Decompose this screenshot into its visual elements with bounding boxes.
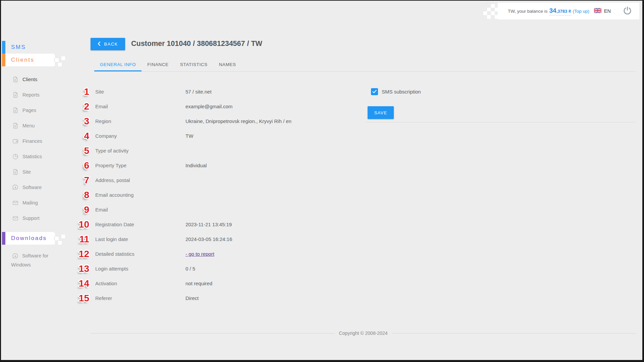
sidebar-menu: Clients Reports Pages Menu Finances Stat… <box>1 72 80 226</box>
balance-prefix: TW, your balance is <box>508 9 548 14</box>
field-label: Region <box>95 114 111 129</box>
sidebar-item-label: Site <box>22 169 31 175</box>
download-bubble-icon <box>12 253 19 259</box>
uk-flag-icon <box>594 8 601 14</box>
sidebar-item-statistics[interactable]: Statistics <box>1 149 80 164</box>
sidebar-item-label: Clients <box>22 77 37 82</box>
field-row: 8 Email accounting <box>77 188 547 202</box>
divider <box>392 333 636 334</box>
tab-general-info[interactable]: GENERAL INFO <box>94 62 142 71</box>
annotation-number-badge: 4 <box>77 129 89 143</box>
sidebar-item-software[interactable]: Software <box>1 180 80 195</box>
tab-bar: GENERAL INFO FINANCE STATISTICS NAMES <box>94 62 636 72</box>
balance-amount[interactable]: 34,3783 ₴ <box>549 7 571 15</box>
app-window: TW, your balance is 34,3783 ₴ (Top up) E… <box>0 0 644 362</box>
divider <box>91 333 334 334</box>
sidebar-item-menu[interactable]: Menu <box>1 118 80 133</box>
field-value: 2023-11-21 13:45:19 <box>185 217 232 232</box>
footer: Copyright © 2008-2024 <box>91 330 636 336</box>
field-label: Email accounting <box>95 188 133 202</box>
sidebar-item-site[interactable]: Site <box>1 164 80 180</box>
annotation-number-badge: 8 <box>77 188 89 202</box>
field-row: 13 Login attempts 0 / 5 <box>77 261 547 276</box>
annotation-number-badge: 11 <box>77 232 89 247</box>
field-label: Registration Date <box>95 217 134 232</box>
download-bubble-icon <box>12 184 19 191</box>
sidebar-item-label: Support <box>22 216 40 221</box>
back-button[interactable]: BACK <box>91 38 125 50</box>
field-row: 12 Detailed statistics - go to report <box>77 247 547 261</box>
document-icon <box>12 107 19 114</box>
sidebar-item-label: Software <box>22 185 42 190</box>
field-value: not required <box>185 276 212 291</box>
envelope-icon <box>12 199 19 206</box>
hryvnia-currency-sign: ₴ <box>569 9 571 14</box>
top-up-link[interactable]: (Top up) <box>573 9 590 14</box>
topbar: TW, your balance is 34,3783 ₴ (Top up) E… <box>498 3 639 19</box>
field-value: TW <box>185 129 193 143</box>
field-label: Type of activity <box>95 143 128 158</box>
annotation-number-badge: 7 <box>77 173 89 188</box>
field-row: 7 Address, postal <box>77 173 547 188</box>
language-switcher[interactable]: EN <box>594 8 611 14</box>
document-icon <box>12 76 19 83</box>
field-row: 1 Site 57 / site.net <box>77 84 547 99</box>
field-row: 4 Company TW <box>77 129 547 143</box>
field-row: 6 Property Type Individual <box>77 158 547 173</box>
field-value: Direct <box>185 291 199 306</box>
sidebar-section-sms[interactable]: SMS <box>2 41 54 54</box>
sidebar-item-finances[interactable]: Finances <box>1 133 80 149</box>
sidebar-item-label: Pages <box>22 108 36 113</box>
tab-statistics[interactable]: STATISTICS <box>174 62 213 71</box>
field-label: Property Type <box>95 158 126 173</box>
sidebar-item-label: Menu <box>22 123 35 128</box>
field-value: Individual <box>185 158 207 173</box>
field-row: 10 Registration Date 2023-11-21 13:45:19 <box>77 217 547 232</box>
tab-finance[interactable]: FINANCE <box>142 62 174 71</box>
field-label: Email <box>95 202 108 217</box>
annotation-number-badge: 13 <box>77 261 89 276</box>
sidebar-item-pages[interactable]: Pages <box>1 103 80 118</box>
field-row: 15 Referer Direct <box>77 291 547 306</box>
sidebar-section-label: SMS <box>11 44 26 51</box>
tab-names[interactable]: NAMES <box>213 62 242 71</box>
sidebar-section-downloads[interactable]: Downloads <box>2 232 54 245</box>
back-button-label: BACK <box>104 42 118 47</box>
field-label: Activation <box>95 276 117 291</box>
sidebar-section-label: Downloads <box>11 235 47 242</box>
wallet-icon <box>12 138 19 144</box>
field-label: Email <box>95 99 108 114</box>
field-row: 14 Activation not required <box>77 276 547 291</box>
annotation-number-badge: 1 <box>77 84 89 99</box>
sidebar-item-label: Statistics <box>22 154 42 159</box>
sidebar-section-clients[interactable]: Clients <box>2 54 54 66</box>
annotation-number-badge: 9 <box>77 202 89 217</box>
sidebar-item-support[interactable]: Support <box>1 210 80 226</box>
document-icon <box>12 169 19 175</box>
sidebar-item-mailing[interactable]: Mailing <box>1 195 80 210</box>
language-label: EN <box>604 8 611 14</box>
document-icon <box>12 92 19 98</box>
field-label: Address, postal <box>95 173 130 188</box>
field-label: Company <box>95 129 117 143</box>
section-color-strip <box>2 232 5 245</box>
field-value: 2024-03-05 16:24:16 <box>185 232 232 247</box>
sidebar-item-label: Finances <box>22 138 42 144</box>
field-value: 57 / site.net <box>185 84 212 99</box>
field-row: 9 Email <box>77 202 547 217</box>
sidebar-item-clients[interactable]: Clients <box>1 72 80 87</box>
section-color-strip <box>2 41 5 54</box>
field-row: 11 Last login date 2024-03-05 16:24:16 <box>77 232 547 247</box>
annotation-number-badge: 15 <box>77 291 89 306</box>
annotation-number-badge: 2 <box>77 99 89 114</box>
save-button[interactable]: SAVE <box>368 106 394 119</box>
balance: TW, your balance is 34,3783 ₴ (Top up) <box>508 7 589 15</box>
sidebar-item-software-for-windows[interactable]: Software for Windows <box>11 251 60 269</box>
sms-subscription-checkbox[interactable]: SMS subscription <box>371 88 421 95</box>
go-to-report-link[interactable]: - go to report <box>185 247 214 261</box>
sidebar-item-reports[interactable]: Reports <box>1 87 80 103</box>
sidebar-section-label: Clients <box>11 57 34 63</box>
logout-power-button[interactable] <box>623 6 632 16</box>
field-label: Detailed statistics <box>95 247 135 261</box>
divider <box>367 122 636 122</box>
